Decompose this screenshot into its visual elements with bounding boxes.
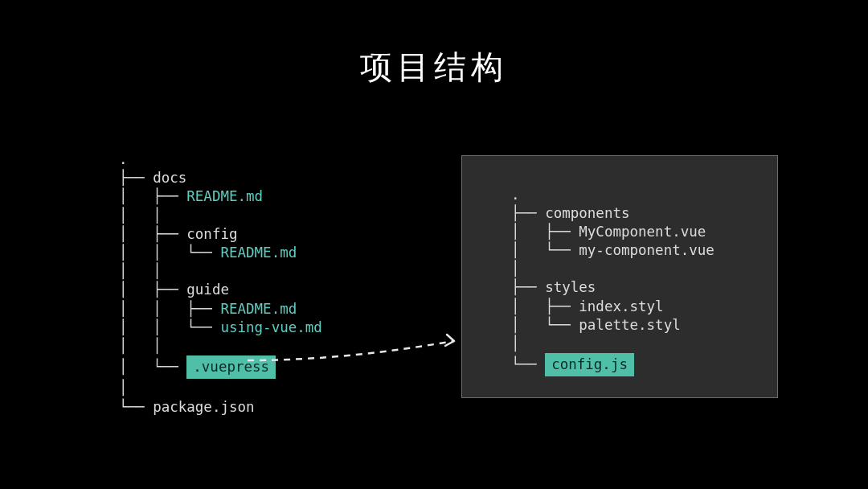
file-mycomponent-vue: MyComponent.vue — [579, 224, 706, 240]
file-readme-guide: README.md — [220, 301, 297, 317]
tree-root-dot: . — [119, 151, 128, 167]
tree-line-docs: ├── docs — [119, 170, 186, 186]
dir-config: config — [186, 226, 237, 242]
tree-branch: │ ├── — [511, 298, 579, 314]
slide-title: 项目结构 — [0, 45, 868, 89]
highlight-vuepress: .vuepress — [186, 355, 276, 379]
tree-branch: └── — [511, 356, 545, 372]
tree-right: . ├── components │ ├── MyComponent.vue │… — [511, 186, 714, 376]
file-palette-styl: palette.styl — [579, 317, 680, 333]
tree-branch: │ ├── — [511, 224, 579, 240]
slide-root: 项目结构 . ├── docs │ ├── README.md │ │ │ ├─… — [0, 0, 868, 489]
tree-branch: └── — [119, 399, 153, 415]
tree-branch: │ ├── — [119, 188, 186, 204]
dir-styles: ├── styles — [511, 279, 596, 295]
tree-branch: │ │ └── — [119, 319, 220, 335]
tree-root-dot-right: . — [511, 187, 520, 203]
file-my-component-vue: my-component.vue — [579, 242, 714, 258]
tree-branch: │ └── — [511, 317, 579, 333]
tree-branch: │ │ └── — [119, 244, 220, 261]
tree-branch: │ — [119, 380, 128, 396]
tree-branch: │ │ — [119, 208, 162, 224]
tree-branch: │ │ — [119, 263, 162, 279]
dir-guide: guide — [186, 281, 229, 298]
dir-components: ├── components — [511, 205, 630, 221]
tree-branch: │ ├── — [119, 226, 186, 242]
tree-branch: │ │ ├── — [119, 301, 220, 317]
file-readme-root: README.md — [186, 188, 263, 204]
tree-branch: │ └── — [119, 359, 186, 375]
file-readme-config: README.md — [220, 244, 297, 261]
tree-branch: │ ├── — [119, 281, 186, 298]
tree-branch: │ — [511, 335, 520, 351]
file-using-vue: using-vue.md — [220, 319, 321, 335]
file-package-json: package.json — [153, 399, 254, 415]
file-index-styl: index.styl — [579, 298, 663, 314]
tree-branch: │ — [511, 261, 520, 277]
tree-left: . ├── docs │ ├── README.md │ │ │ ├── con… — [119, 150, 322, 417]
tree-branch: │ └── — [511, 242, 579, 258]
highlight-config-js: config.js — [545, 353, 634, 376]
tree-branch: │ │ — [119, 338, 162, 354]
